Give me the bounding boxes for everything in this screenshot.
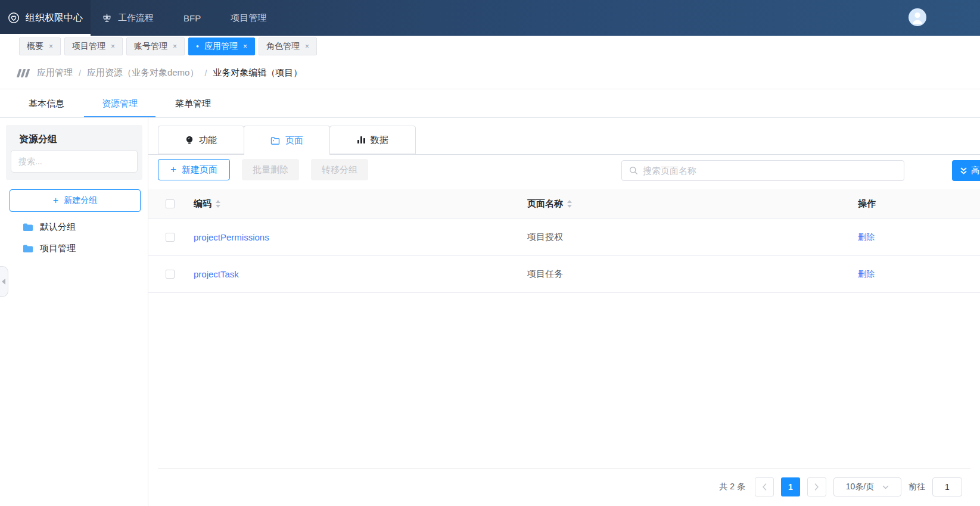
opened-tab-label: 概要 — [27, 41, 43, 52]
close-icon[interactable]: × — [49, 43, 53, 50]
opened-tab-account-mgmt[interactable]: 账号管理 × — [126, 38, 185, 55]
tab-menu-mgmt[interactable]: 菜单管理 — [175, 89, 211, 117]
resource-group-sidebar: 资源分组 + 新建分组 默认分组 项目管理 — [0, 118, 148, 506]
total-count: 共 2 条 — [719, 482, 745, 492]
close-icon[interactable]: × — [305, 43, 309, 50]
search-icon — [629, 166, 638, 175]
nav-item-label: 工作流程 — [118, 13, 154, 24]
group-item-project-mgmt[interactable]: 项目管理 — [0, 238, 148, 259]
opened-tab-app-mgmt-active[interactable]: ● 应用管理 × — [188, 38, 255, 55]
chevron-right-icon — [814, 483, 819, 491]
goto-page-input[interactable] — [932, 477, 962, 496]
opened-tab-label: 角色管理 — [266, 41, 300, 52]
chevron-left-icon — [2, 279, 5, 285]
table-header-row: 编码 页面名称 操作 — [148, 189, 980, 219]
topbar: 组织权限中心 工作流程 BFP 项目管理 — [0, 0, 980, 36]
page-search-box — [621, 160, 904, 181]
page-name-cell: 项目授权 — [527, 232, 563, 243]
breadcrumb: 应用管理 / 应用资源（业务对象demo） / 业务对象编辑（项目） — [0, 57, 980, 89]
breadcrumb-item[interactable]: 应用资源（业务对象demo） — [87, 67, 199, 79]
page-number-current[interactable]: 1 — [781, 477, 800, 496]
new-page-button[interactable]: + 新建页面 — [158, 159, 230, 180]
column-header-name[interactable]: 页面名称 — [527, 198, 563, 210]
sidebar-title: 资源分组 — [19, 133, 57, 146]
page-search-input[interactable] — [643, 165, 897, 176]
main-content: 功能 页面 数据 + 新建页面 批量删除 转移分组 — [148, 118, 980, 506]
double-chevron-down-icon — [960, 167, 967, 175]
table-row: projectPermissions 项目授权 删除 — [148, 219, 980, 256]
opened-tab-project-mgmt[interactable]: 项目管理 × — [64, 38, 123, 55]
breadcrumb-separator: / — [204, 68, 207, 78]
chevron-down-icon — [882, 485, 889, 489]
tab-basic-info[interactable]: 基本信息 — [29, 89, 64, 117]
close-icon[interactable]: × — [173, 43, 177, 50]
new-group-label: 新建分组 — [64, 195, 97, 206]
tab-data[interactable]: 数据 — [329, 126, 416, 154]
page-code-link[interactable]: projectPermissions — [194, 232, 269, 242]
page-name-cell: 项目任务 — [527, 268, 563, 280]
page-size-select[interactable]: 10条/页 — [833, 477, 901, 496]
opened-tab-role-mgmt[interactable]: 角色管理 × — [259, 38, 317, 55]
breadcrumb-item[interactable]: 应用管理 — [37, 67, 73, 79]
delete-link[interactable]: 删除 — [858, 269, 875, 280]
chevron-left-icon — [762, 483, 767, 491]
advanced-search-button[interactable]: 高 — [952, 160, 980, 181]
group-item-default[interactable]: 默认分组 — [0, 216, 148, 238]
resource-type-tabs: 功能 页面 数据 — [158, 126, 416, 155]
nav-item-bfp[interactable]: BFP — [183, 13, 201, 23]
row-checkbox[interactable] — [166, 270, 175, 279]
page-code-link[interactable]: projectTask — [194, 269, 239, 279]
transfer-group-button[interactable]: 转移分组 — [311, 159, 368, 180]
bar-chart-icon — [357, 136, 365, 143]
tab-label: 数据 — [371, 135, 388, 146]
group-item-label: 默认分组 — [40, 221, 76, 233]
page-folder-icon — [270, 136, 280, 145]
user-avatar[interactable] — [909, 8, 926, 26]
nav-item-workflow[interactable]: 工作流程 — [101, 13, 154, 24]
advanced-search-label: 高 — [971, 165, 980, 176]
group-search-input[interactable] — [11, 150, 138, 173]
breadcrumb-current: 业务对象编辑（项目） — [213, 67, 302, 79]
top-nav: 工作流程 BFP 项目管理 — [101, 0, 266, 36]
page-size-value: 10条/页 — [846, 482, 874, 492]
close-icon[interactable]: × — [111, 43, 115, 50]
tab-page[interactable]: 页面 — [244, 126, 330, 155]
batch-delete-button[interactable]: 批量删除 — [242, 159, 299, 180]
nav-item-label: BFP — [183, 13, 201, 23]
opened-tab-label: 账号管理 — [134, 41, 167, 52]
select-all-checkbox[interactable] — [166, 199, 175, 208]
opened-tab-label: 应用管理 — [204, 41, 238, 52]
tab-label: 功能 — [199, 135, 217, 146]
new-group-button[interactable]: + 新建分组 — [10, 189, 141, 212]
nav-item-project[interactable]: 项目管理 — [231, 13, 266, 24]
sort-carets-icon[interactable] — [567, 200, 572, 208]
opened-tabs-strip: 概要 × 项目管理 × 账号管理 × ● 应用管理 × 角色管理 × — [0, 36, 980, 57]
next-page-button[interactable] — [807, 477, 826, 496]
opened-tab-overview[interactable]: 概要 × — [19, 38, 61, 55]
pagination-divider — [158, 468, 970, 469]
tab-resource-mgmt[interactable]: 资源管理 — [102, 89, 138, 117]
sort-carets-icon[interactable] — [216, 200, 220, 208]
pagination: 共 2 条 1 10条/页 前往 — [719, 477, 962, 497]
folder-icon — [23, 223, 33, 232]
sidebar-collapse-handle[interactable] — [0, 266, 8, 297]
close-icon[interactable]: × — [243, 43, 247, 50]
sidebar-header-panel: 资源分组 — [6, 125, 142, 180]
brand-nav-item[interactable]: 组织权限中心 — [0, 0, 91, 36]
folder-icon — [23, 244, 33, 253]
plus-icon: + — [170, 164, 176, 176]
plus-icon: + — [53, 195, 58, 206]
group-item-label: 项目管理 — [40, 243, 76, 254]
delete-link[interactable]: 删除 — [858, 232, 875, 243]
brand-label: 组织权限中心 — [26, 12, 83, 24]
tab-label: 页面 — [285, 135, 303, 146]
row-checkbox[interactable] — [166, 233, 175, 242]
nav-item-label: 项目管理 — [231, 13, 266, 24]
column-header-code[interactable]: 编码 — [194, 198, 211, 210]
workflow-icon — [101, 13, 113, 24]
table-toolbar: + 新建页面 批量删除 转移分组 — [158, 159, 368, 180]
tab-function[interactable]: 功能 — [158, 126, 244, 154]
column-header-actions: 操作 — [858, 198, 876, 210]
prev-page-button[interactable] — [755, 477, 774, 496]
breadcrumb-bars-icon — [18, 69, 29, 77]
